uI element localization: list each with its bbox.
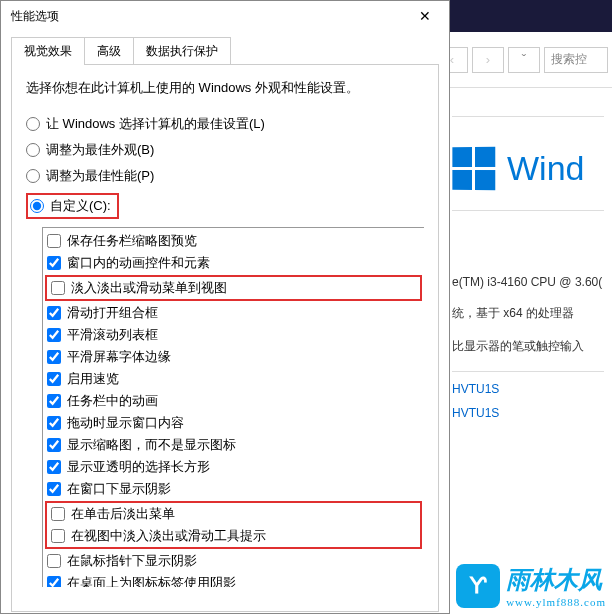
checklist-box: 保存任务栏缩略图预览窗口内的动画控件和元素淡入淡出或滑动菜单到视图滑动打开组合框… <box>42 227 424 587</box>
checkbox[interactable] <box>47 554 61 568</box>
radio-label: 让 Windows 选择计算机的最佳设置(L) <box>46 115 265 133</box>
checkbox[interactable] <box>47 460 61 474</box>
checkbox[interactable] <box>51 281 65 295</box>
watermark: Ƴ 雨林木风 www.ylmf888.com <box>456 564 606 608</box>
checkbox[interactable] <box>51 507 65 521</box>
tab-content: 选择你想在此计算机上使用的 Windows 外观和性能设置。 让 Windows… <box>11 64 439 612</box>
check-row[interactable]: 显示亚透明的选择长方形 <box>43 456 424 478</box>
checkbox[interactable] <box>47 306 61 320</box>
check-label: 在桌面上为图标标签使用阴影 <box>67 574 236 587</box>
touch-info: 比显示器的笔或触控输入 <box>452 338 604 355</box>
check-label: 启用速览 <box>67 370 119 388</box>
check-row[interactable]: 在窗口下显示阴影 <box>43 478 424 500</box>
check-row[interactable]: 拖动时显示窗口内容 <box>43 412 424 434</box>
checkbox[interactable] <box>47 256 61 270</box>
check-row[interactable]: 在鼠标指针下显示阴影 <box>43 550 424 572</box>
check-label: 在窗口下显示阴影 <box>67 480 171 498</box>
checkbox[interactable] <box>47 350 61 364</box>
check-label: 平滑屏幕字体边缘 <box>67 348 171 366</box>
checkbox[interactable] <box>47 372 61 386</box>
close-button[interactable]: ✕ <box>405 3 445 29</box>
checkbox[interactable] <box>47 482 61 496</box>
check-label: 滑动打开组合框 <box>67 304 158 322</box>
checkbox[interactable] <box>47 328 61 342</box>
radio-best-performance[interactable]: 调整为最佳性能(P) <box>26 167 424 185</box>
radio-custom-row: 自定义(C): <box>26 193 424 219</box>
cpu-info: e(TM) i3-4160 CPU @ 3.60( <box>452 275 604 289</box>
dialog-titlebar: 性能选项 ✕ <box>1 1 449 31</box>
check-label: 在视图中淡入淡出或滑动工具提示 <box>71 527 266 545</box>
checkbox[interactable] <box>47 438 61 452</box>
check-label: 显示缩略图，而不是显示图标 <box>67 436 236 454</box>
tab-row: 视觉效果 高级 数据执行保护 <box>1 31 449 65</box>
check-label: 平滑滚动列表框 <box>67 326 158 344</box>
check-row[interactable]: 平滑滚动列表框 <box>43 324 424 346</box>
product-id-link[interactable]: HVTU1S <box>452 382 604 396</box>
check-label: 在单击后淡出菜单 <box>71 505 175 523</box>
check-row[interactable]: 任务栏中的动画 <box>43 390 424 412</box>
windows-text: Wind <box>507 149 584 188</box>
check-row[interactable]: 窗口内的动画控件和元素 <box>43 252 424 274</box>
instruction-text: 选择你想在此计算机上使用的 Windows 外观和性能设置。 <box>26 79 424 97</box>
background-pane: ‹ › ˇ 搜索控 Wind e(TM) i3-4160 CPU @ 3.60(… <box>432 0 612 614</box>
radio-label: 调整为最佳外观(B) <box>46 141 154 159</box>
tab-dep[interactable]: 数据执行保护 <box>133 37 231 65</box>
watermark-url: www.ylmf888.com <box>506 596 606 608</box>
check-row[interactable]: 淡入淡出或滑动菜单到视图 <box>47 277 420 299</box>
check-label: 保存任务栏缩略图预览 <box>67 232 197 250</box>
check-label: 拖动时显示窗口内容 <box>67 414 184 432</box>
windows-logo-icon <box>452 147 495 191</box>
arch-info: 统，基于 x64 的处理器 <box>452 305 604 322</box>
bg-content: Wind e(TM) i3-4160 CPU @ 3.60( 统，基于 x64 … <box>432 88 612 438</box>
windows-logo-row: Wind <box>452 147 604 190</box>
check-row[interactable]: 平滑屏幕字体边缘 <box>43 346 424 368</box>
nav-forward-button[interactable]: › <box>472 47 504 73</box>
checkbox[interactable] <box>47 576 61 587</box>
check-row[interactable]: 在单击后淡出菜单 <box>47 503 420 525</box>
check-label: 显示亚透明的选择长方形 <box>67 458 210 476</box>
search-input[interactable]: 搜索控 <box>544 47 608 73</box>
bg-toolbar: ‹ › ˇ 搜索控 <box>432 32 612 88</box>
radio-input[interactable] <box>26 117 40 131</box>
check-label: 任务栏中的动画 <box>67 392 158 410</box>
product-id-link-2[interactable]: HVTU1S <box>452 406 604 420</box>
checklist: 保存任务栏缩略图预览窗口内的动画控件和元素淡入淡出或滑动菜单到视图滑动打开组合框… <box>43 228 424 587</box>
nav-dropdown-button[interactable]: ˇ <box>508 47 540 73</box>
performance-options-dialog: 性能选项 ✕ 视觉效果 高级 数据执行保护 选择你想在此计算机上使用的 Wind… <box>0 0 450 614</box>
check-row[interactable]: 在桌面上为图标标签使用阴影 <box>43 572 424 587</box>
radio-label: 调整为最佳性能(P) <box>46 167 154 185</box>
watermark-brand: 雨林木风 <box>506 564 606 596</box>
tab-advanced[interactable]: 高级 <box>84 37 134 65</box>
radio-label: 自定义(C): <box>50 197 111 215</box>
check-row[interactable]: 滑动打开组合框 <box>43 302 424 324</box>
radio-let-windows[interactable]: 让 Windows 选择计算机的最佳设置(L) <box>26 115 424 133</box>
check-row[interactable]: 启用速览 <box>43 368 424 390</box>
check-row[interactable]: 保存任务栏缩略图预览 <box>43 230 424 252</box>
checkbox[interactable] <box>47 394 61 408</box>
check-row[interactable]: 在视图中淡入淡出或滑动工具提示 <box>47 525 420 547</box>
checkbox[interactable] <box>47 234 61 248</box>
check-label: 淡入淡出或滑动菜单到视图 <box>71 279 227 297</box>
dialog-title: 性能选项 <box>11 8 405 25</box>
checkbox[interactable] <box>51 529 65 543</box>
radio-input[interactable] <box>26 143 40 157</box>
check-label: 窗口内的动画控件和元素 <box>67 254 210 272</box>
radio-custom[interactable] <box>30 199 44 213</box>
watermark-icon: Ƴ <box>456 564 500 608</box>
radio-input[interactable] <box>26 169 40 183</box>
radio-best-appearance[interactable]: 调整为最佳外观(B) <box>26 141 424 159</box>
bg-titlebar <box>432 0 612 32</box>
check-row[interactable]: 显示缩略图，而不是显示图标 <box>43 434 424 456</box>
checkbox[interactable] <box>47 416 61 430</box>
check-label: 在鼠标指针下显示阴影 <box>67 552 197 570</box>
tab-visual-effects[interactable]: 视觉效果 <box>11 37 85 65</box>
